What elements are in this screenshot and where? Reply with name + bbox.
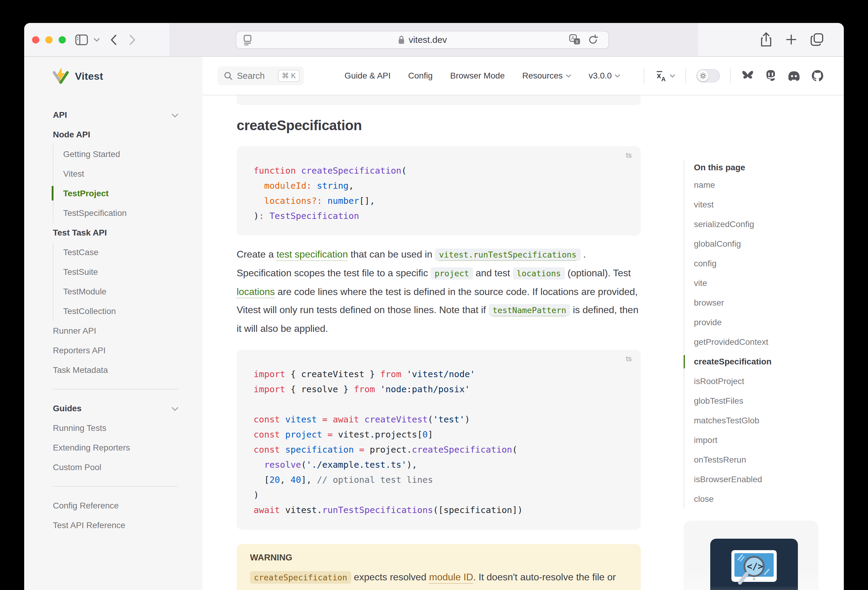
- svg-text:A: A: [661, 76, 666, 82]
- top-navigation: Guide & API Config Browser Mode Resource…: [344, 71, 620, 81]
- sidebar-item[interactable]: Extending Reporters: [53, 438, 178, 458]
- reload-icon[interactable]: [588, 34, 598, 45]
- toc-item[interactable]: getProvidedContext: [694, 332, 816, 352]
- share-icon[interactable]: [760, 32, 772, 48]
- sidebar-item-active[interactable]: TestProject: [63, 184, 178, 203]
- sidebar-heading-node-api[interactable]: Node API: [53, 125, 178, 144]
- sidebar-nav: API Node API Getting StartedVitestTestPr…: [53, 105, 178, 535]
- toc-item[interactable]: isRootProject: [694, 371, 816, 391]
- sponsor-card[interactable]: </>: [683, 521, 818, 590]
- docs-sidebar: Vitest API Node API Getting StartedVites…: [24, 57, 202, 590]
- nav-resources[interactable]: Resources: [522, 71, 571, 81]
- sidebar-item[interactable]: Runner API: [53, 321, 178, 341]
- toc-item[interactable]: serializedConfig: [694, 214, 816, 234]
- inline-link[interactable]: module ID: [429, 572, 473, 583]
- sidebar-item[interactable]: Reporters API: [53, 341, 178, 360]
- nav-config[interactable]: Config: [408, 71, 433, 81]
- page: Vitest API Node API Getting StartedVites…: [24, 57, 844, 590]
- nav-version[interactable]: v3.0.0: [589, 71, 620, 81]
- toc-item[interactable]: config: [694, 254, 816, 273]
- minimize-window-button[interactable]: [45, 36, 53, 44]
- toc-item[interactable]: close: [694, 489, 816, 509]
- inline-link[interactable]: vitest.runTestSpecifications: [435, 249, 580, 261]
- window-controls: [32, 36, 66, 44]
- forward-button[interactable]: [125, 32, 140, 47]
- new-tab-icon[interactable]: [785, 32, 798, 48]
- toc-item-active[interactable]: createSpecification: [694, 352, 816, 371]
- toc-item[interactable]: browser: [694, 293, 816, 312]
- sun-icon: [698, 71, 709, 81]
- sidebar-item[interactable]: TestCase: [63, 243, 178, 262]
- search-button[interactable]: Search ⌘ K: [218, 66, 304, 85]
- warning-text: createSpecification expects resolved mod…: [250, 568, 627, 590]
- bluesky-icon[interactable]: [741, 70, 754, 82]
- lock-icon: [398, 35, 405, 45]
- sidebar-toggle-icon[interactable]: [74, 32, 89, 47]
- toc-item[interactable]: vitest: [694, 195, 816, 214]
- discord-icon[interactable]: [787, 70, 801, 81]
- tab-overview-icon[interactable]: [810, 32, 824, 48]
- doc-content: createSpecification ts function createSp…: [237, 96, 641, 590]
- sidebar-item[interactable]: Running Tests: [53, 418, 178, 438]
- zoom-window-button[interactable]: [59, 36, 66, 44]
- sidebar-section-guides[interactable]: Guides: [53, 399, 178, 418]
- address-bar[interactable]: vitest.dev A⧖: [236, 31, 609, 49]
- warning-callout: WARNING createSpecification expects reso…: [237, 544, 641, 590]
- toc-item[interactable]: isBrowserEnabled: [694, 469, 816, 489]
- sidebar-guides: Running TestsExtending ReportersCustom P…: [53, 418, 178, 477]
- translate-icon[interactable]: A⧖: [568, 34, 580, 46]
- sidebar-item[interactable]: Task Metadata: [53, 360, 178, 380]
- header-divider: [644, 68, 644, 84]
- sidebar-item[interactable]: Vitest: [63, 164, 178, 184]
- sidebar-group-node-api: Getting StartedVitestTestProjectTestSpec…: [53, 144, 178, 223]
- code-search-illustration: </>: [710, 539, 798, 590]
- sidebar-section-api[interactable]: API: [53, 105, 178, 125]
- code-content: import { createVitest } from 'vitest/nod…: [237, 366, 641, 518]
- sidebar-item[interactable]: Config Reference: [53, 496, 178, 515]
- sidebar-item[interactable]: TestCollection: [63, 301, 178, 321]
- sidebar-group-test-task-api: TestCaseTestSuiteTestModuleTestCollectio…: [53, 243, 178, 321]
- nav-guide-api[interactable]: Guide & API: [344, 71, 391, 81]
- svg-text:⧖: ⧖: [576, 39, 579, 44]
- chevron-down-icon: [615, 74, 620, 78]
- toc-item[interactable]: import: [694, 430, 816, 450]
- toc-item[interactable]: onTestsRerun: [694, 450, 816, 469]
- nav-browser-mode[interactable]: Browser Mode: [450, 71, 505, 81]
- sidebar-item[interactable]: Custom Pool: [53, 458, 178, 477]
- sidebar-item[interactable]: Test API Reference: [53, 515, 178, 535]
- toc-item[interactable]: matchesTestGlob: [694, 410, 816, 430]
- language-menu[interactable]: xA: [655, 70, 675, 82]
- sidebar-references: Config ReferenceTest API Reference: [53, 496, 178, 535]
- site-logo[interactable]: Vitest: [52, 57, 103, 96]
- back-button[interactable]: [106, 32, 121, 47]
- toc-item[interactable]: provide: [694, 312, 816, 332]
- sidebar-heading-test-task-api[interactable]: Test Task API: [53, 223, 178, 243]
- toc-item[interactable]: globalConfig: [694, 234, 816, 254]
- toc-item[interactable]: name: [694, 175, 816, 195]
- sidebar-item[interactable]: Getting Started: [63, 144, 178, 164]
- sidebar-divider: [53, 486, 178, 487]
- sidebar-item[interactable]: TestSpecification: [63, 203, 178, 223]
- sidebar-item[interactable]: TestModule: [63, 282, 178, 301]
- sidebar-item[interactable]: TestSuite: [63, 262, 178, 282]
- chevron-down-icon: [670, 74, 675, 78]
- code-block-signature[interactable]: ts function createSpecification( moduleI…: [237, 146, 641, 235]
- code-block-example[interactable]: ts import { createVitest } from 'vitest/…: [237, 350, 641, 530]
- close-window-button[interactable]: [32, 36, 39, 44]
- inline-link[interactable]: test specification: [276, 249, 348, 260]
- sidebar-links: Runner APIReporters APITask Metadata: [53, 321, 178, 380]
- github-icon[interactable]: [811, 69, 824, 82]
- svg-text:x: x: [657, 71, 661, 80]
- toc-item[interactable]: vite: [694, 273, 816, 293]
- sidebar-chevron-icon[interactable]: [90, 32, 104, 47]
- inline-code: createSpecification: [250, 571, 351, 584]
- inline-link[interactable]: locations: [237, 286, 275, 297]
- header-divider: [730, 68, 731, 84]
- mastodon-icon[interactable]: [765, 69, 777, 82]
- inline-link[interactable]: testNamePattern: [489, 304, 570, 316]
- search-placeholder: Search: [237, 71, 274, 81]
- theme-toggle[interactable]: [696, 69, 720, 82]
- site-title: Vitest: [75, 71, 103, 82]
- toc-item[interactable]: globTestFiles: [694, 391, 816, 410]
- code-content: function createSpecification( moduleId: …: [237, 163, 641, 224]
